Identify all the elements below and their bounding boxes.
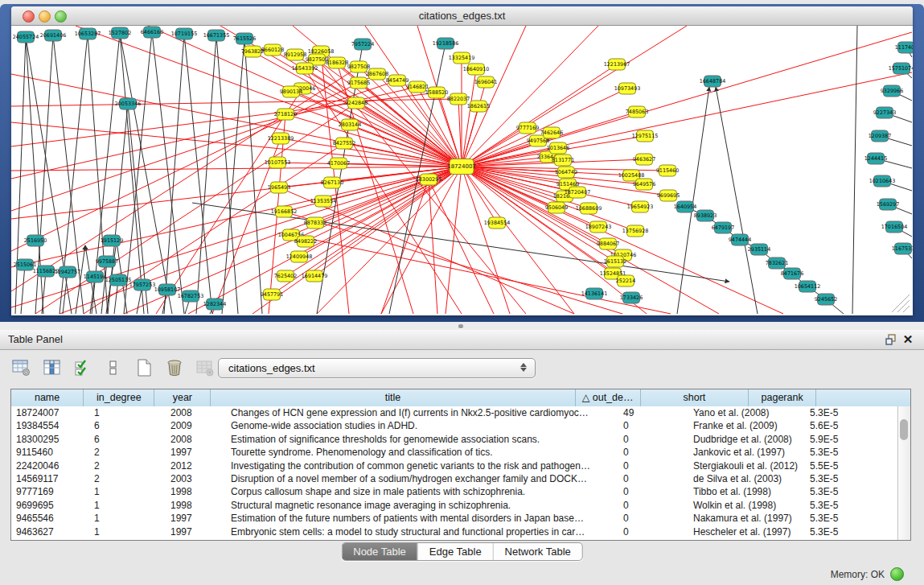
network-node[interactable]: 16648784 (700, 76, 726, 87)
red-edge[interactable] (305, 68, 462, 314)
network-node[interactable]: 24055724 (13, 31, 39, 43)
table-row[interactable]: 1456911722003Disruption of a novel membe… (11, 472, 897, 485)
table-cell[interactable]: 2 (89, 472, 166, 485)
tab-edge-table[interactable]: Edge Table (418, 543, 494, 560)
window-titlebar[interactable]: citations_edges.txt (11, 6, 913, 26)
table-cell[interactable]: Hescheler et al. (1997) (688, 525, 805, 538)
network-node[interactable]: 12409948 (286, 251, 313, 262)
network-node[interactable]: 11353554 (310, 196, 337, 207)
network-node[interactable]: 8186328 (326, 57, 348, 68)
network-node[interactable]: 1145194 (84, 271, 106, 282)
table-cell[interactable]: 14569117 (11, 472, 89, 485)
table-row[interactable]: 969969511998Structural magnetic resonanc… (11, 499, 897, 512)
table-cell[interactable]: 1997 (166, 446, 226, 459)
table-cell[interactable]: Tourette syndrome. Phenomenology and cla… (226, 446, 618, 459)
table-cell[interactable]: 2003 (166, 472, 226, 485)
network-node[interactable]: 9975887 (96, 256, 118, 267)
row-options-button[interactable] (103, 357, 124, 378)
red-edge[interactable] (272, 167, 462, 295)
table-cell[interactable]: 9115460 (11, 446, 89, 459)
black-edge[interactable] (120, 33, 144, 314)
table-cell[interactable]: 2012 (166, 459, 226, 472)
table-cell[interactable]: 1997 (166, 512, 226, 525)
red-edge[interactable] (462, 72, 912, 167)
network-node[interactable]: 2803144 (339, 119, 361, 130)
table-cell[interactable]: 0 (618, 459, 688, 472)
network-node[interactable]: 1862615 (467, 101, 490, 112)
column-header-title[interactable]: title (211, 389, 575, 406)
network-node[interactable]: 9890134 (280, 86, 302, 97)
red-edge[interactable] (462, 26, 687, 167)
network-node[interactable]: 1640954 (674, 201, 696, 212)
network-node[interactable]: 9457791 (261, 289, 283, 300)
scrollbar-thumb[interactable] (900, 419, 908, 440)
table-cell[interactable]: 0 (618, 485, 688, 498)
network-node[interactable]: 9699695 (657, 190, 680, 201)
table-cell[interactable]: 5.3E-5 (805, 472, 877, 485)
network-node[interactable]: 2718120 (274, 109, 297, 120)
table-cell[interactable]: 2 (89, 446, 166, 459)
split-divider[interactable] (0, 322, 924, 330)
network-hub-node[interactable]: 18724007 (447, 159, 476, 175)
column-header-pagerank[interactable]: pagerank (749, 389, 816, 406)
network-node[interactable]: 1013646 (547, 142, 569, 154)
table-cell[interactable]: 5.9E-5 (805, 433, 877, 446)
black-edge[interactable] (716, 87, 758, 314)
black-edge[interactable] (152, 32, 184, 314)
network-node[interactable]: 9245652 (815, 294, 837, 305)
table-cell[interactable]: 1 (89, 406, 166, 419)
table-selector-dropdown[interactable]: citations_edges.txt (218, 358, 536, 378)
float-panel-icon[interactable] (885, 334, 897, 345)
table-cell[interactable]: Stergiakouli et al. (2012) (688, 459, 805, 472)
black-edge[interactable] (852, 26, 857, 314)
table-cell[interactable]: Nakamura et al. (1997) (688, 512, 805, 525)
network-node[interactable]: 9777169 (516, 122, 539, 134)
red-edge[interactable] (458, 99, 462, 167)
red-edge[interactable] (11, 167, 462, 171)
red-edge[interactable] (429, 179, 494, 314)
table-cell[interactable]: 0 (618, 512, 688, 525)
table-cell[interactable]: 0 (618, 433, 688, 446)
network-node[interactable]: 1588520 (425, 87, 448, 98)
tab-network-table[interactable]: Network Table (494, 543, 582, 560)
table-cell[interactable]: 1 (89, 512, 166, 525)
delete-trash-button[interactable] (164, 357, 185, 378)
network-node[interactable]: 1615132 (604, 256, 626, 267)
network-node[interactable]: 4170067 (327, 158, 350, 169)
network-node[interactable]: 10958107 (154, 284, 181, 295)
network-node[interactable]: 9242848 (345, 97, 368, 109)
network-node[interactable]: 9115460 (656, 165, 679, 176)
network-node[interactable]: 252214 (616, 275, 635, 286)
select-columns-button[interactable] (72, 357, 93, 378)
network-node[interactable]: 15751074 (889, 63, 913, 74)
network-node[interactable]: 14136141 (581, 288, 608, 299)
table-cell[interactable]: Embryonic stem cells: a model to study s… (226, 525, 618, 538)
divider-grip-icon[interactable] (458, 324, 463, 328)
table-cell[interactable]: Tibbo et al. (1998) (688, 485, 805, 498)
red-edge[interactable] (284, 167, 462, 212)
table-row[interactable]: 1830029562008Estimation of significance … (11, 433, 897, 446)
table-settings-button[interactable] (11, 357, 32, 378)
network-node[interactable]: 8938923 (694, 210, 717, 221)
table-cell[interactable]: Structural magnetic resonance image aver… (226, 499, 618, 512)
table-cell[interactable]: Dudbridge et al. (2008) (688, 433, 805, 446)
network-node[interactable]: 9474444 (729, 234, 751, 245)
table-cell[interactable]: Changes of HCN gene expression and I(f) … (226, 406, 618, 419)
table-cell[interactable]: 9463627 (11, 525, 89, 538)
table-cell[interactable]: 5.3E-5 (805, 499, 877, 512)
network-node[interactable]: 1569297 (877, 199, 899, 210)
network-node[interactable]: 8912958 (284, 49, 306, 60)
network-node[interactable]: 9506049 (545, 202, 568, 213)
table-cell[interactable]: Genome-wide association studies in ADHD. (226, 419, 618, 432)
network-node[interactable]: 9329966 (881, 85, 903, 97)
network-node[interactable]: 19654923 (627, 201, 654, 212)
table-cell[interactable]: Estimation of significance thresholds fo… (226, 433, 618, 446)
network-node[interactable]: 1915129 (101, 235, 123, 246)
network-node[interactable]: 9175685 (347, 77, 370, 89)
table-cell[interactable]: 6 (89, 419, 166, 432)
column-header-out-degree[interactable]: △ out_de… (576, 389, 641, 406)
table-cell[interactable]: Estimation of the future numbers of pati… (226, 512, 618, 525)
network-node[interactable]: 12213389 (268, 133, 294, 144)
network-node[interactable]: 10653287 (75, 28, 101, 39)
network-node[interactable]: 13756928 (622, 225, 649, 237)
